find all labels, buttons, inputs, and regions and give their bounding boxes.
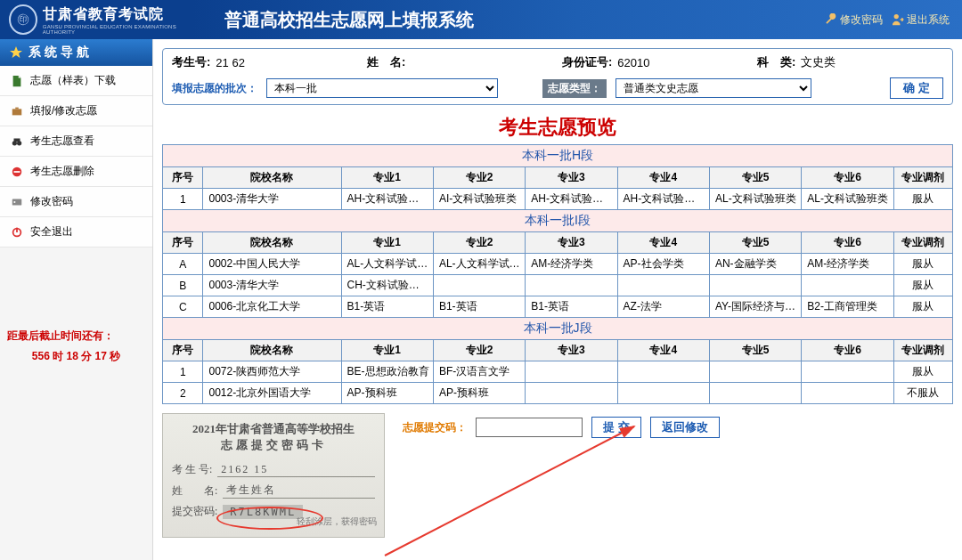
- student-id-value: 21 62: [216, 56, 245, 69]
- nav-item-label: 修改密码: [30, 194, 73, 209]
- nav-item[interactable]: 安全退出: [0, 217, 152, 248]
- table-row: B 0003-清华大学 CH-文科试验班类 服从: [163, 275, 953, 296]
- submit-code-label: 志愿提交码：: [403, 420, 467, 435]
- school-cell: 0002-中国人民大学: [203, 254, 341, 275]
- nav-item[interactable]: 填报/修改志愿: [0, 96, 152, 126]
- wrench-icon: [825, 13, 837, 26]
- binoculars-icon: [11, 135, 23, 148]
- svg-rect-8: [14, 171, 20, 173]
- scratch-code: R7L8KWML: [223, 505, 303, 519]
- school-cell: 0006-北京化工大学: [203, 296, 341, 318]
- org-name: 甘肃省教育考试院: [43, 5, 198, 24]
- delete-icon: [11, 166, 23, 178]
- nav-item-label: 考生志愿删除: [30, 164, 94, 179]
- preview-title: 考生志愿预览: [162, 114, 953, 141]
- table-row: A 0002-中国人民大学 AL-人文科学试验班AL-人文科学试验班AM-经济学…: [163, 254, 953, 275]
- org-name-en: GANSU PROVINCIAL EDUCATION EXAMINATIONS …: [43, 24, 198, 35]
- batch-select[interactable]: 本科一批: [266, 78, 498, 98]
- power-icon: [11, 226, 23, 239]
- section-heading: 本科一批J段: [163, 318, 953, 340]
- submit-code-input[interactable]: [476, 418, 583, 437]
- school-cell: 0003-清华大学: [203, 189, 341, 210]
- svg-rect-12: [16, 227, 18, 231]
- student-info-box: 考生号:21 62 姓 名: 身份证号:62010 科 类:文史类 填报志愿的批…: [162, 48, 953, 105]
- school-cell: 0003-清华大学: [203, 275, 341, 296]
- back-edit-button[interactable]: 返回修改: [650, 417, 720, 438]
- deadline-block: 距最后截止时间还有： 556 时 18 分 17 秒: [0, 319, 152, 374]
- nav-item[interactable]: 考生志愿删除: [0, 157, 152, 187]
- briefcase-icon: [11, 105, 23, 118]
- password-card-image: 2021年甘肃省普通高等学校招生 志愿提交密码卡 考 生 号:2162 15 姓…: [162, 413, 385, 538]
- confirm-button[interactable]: 确 定: [890, 77, 943, 99]
- choices-table: 本科一批H段 序号院校名称 专业1专业2专业3 专业4专业5专业6 专业调剂 1…: [162, 144, 953, 404]
- type-label: 志愿类型：: [542, 79, 607, 98]
- key-icon: [11, 196, 23, 208]
- logo-wrap: ㊞ 甘肃省教育考试院 GANSU PROVINCIAL EDUCATION EX…: [0, 4, 207, 35]
- nav-item-label: 考生志愿查看: [30, 134, 94, 149]
- nav-item[interactable]: 修改密码: [0, 187, 152, 217]
- deadline-label: 距最后截止时间还有：: [7, 326, 145, 346]
- table-row: 1 0003-清华大学 AH-文科试验班类AI-文科试验班类AH-文科试验班类 …: [163, 189, 953, 210]
- svg-rect-2: [12, 109, 22, 115]
- student-idcard-value: 62010: [617, 56, 649, 69]
- svg-rect-6: [14, 138, 20, 142]
- page-icon: [11, 75, 23, 87]
- batch-label: 填报志愿的批次：: [172, 81, 257, 96]
- nav-item-label: 填报/修改志愿: [30, 103, 97, 118]
- logout-link[interactable]: 退出系统: [892, 12, 950, 28]
- svg-rect-9: [12, 199, 22, 205]
- seal-icon: ㊞: [9, 4, 37, 35]
- school-cell: 0012-北京外国语大学: [203, 383, 341, 404]
- table-row: 2 0012-北京外国语大学 AP-预科班AP-预科班 不服从: [163, 383, 953, 404]
- main-content: 考生号:21 62 姓 名: 身份证号:62010 科 类:文史类 填报志愿的批…: [153, 39, 962, 560]
- nav-item-label: 志愿（样表）下载: [30, 73, 116, 88]
- svg-rect-3: [15, 107, 19, 109]
- type-select[interactable]: 普通类文史志愿: [616, 78, 811, 98]
- section-heading: 本科一批I段: [163, 210, 953, 232]
- table-row: C 0006-北京化工大学 B1-英语B1-英语B1-英语 AZ-法学AY-国际…: [163, 296, 953, 318]
- table-row: 1 0072-陕西师范大学 BE-思想政治教育BF-汉语言文学 服从: [163, 361, 953, 383]
- nav-item[interactable]: 考生志愿查看: [0, 126, 152, 157]
- nav-star-icon: [9, 45, 23, 60]
- svg-point-10: [13, 200, 15, 202]
- svg-point-0: [894, 14, 899, 19]
- student-category-value: 文史类: [801, 54, 836, 70]
- svg-marker-1: [10, 46, 22, 58]
- school-cell: 0072-陕西师范大学: [203, 361, 341, 383]
- submit-button[interactable]: 提 交: [591, 417, 641, 438]
- nav-item[interactable]: 志愿（样表）下载: [0, 66, 152, 96]
- sidebar: 系 统 导 航 志愿（样表）下载填报/修改志愿考生志愿查看考生志愿删除修改密码安…: [0, 39, 153, 560]
- nav-heading: 系 统 导 航: [0, 39, 152, 66]
- section-heading: 本科一批H段: [163, 145, 953, 167]
- nav-item-label: 安全退出: [30, 224, 73, 239]
- user-exit-icon: [892, 13, 904, 26]
- system-title: 普通高校招生志愿网上填报系统: [207, 8, 825, 32]
- change-password-link[interactable]: 修改密码: [825, 12, 883, 28]
- deadline-timer: 556 时 18 分 17 秒: [7, 346, 145, 367]
- app-header: ㊞ 甘肃省教育考试院 GANSU PROVINCIAL EDUCATION EX…: [0, 0, 962, 39]
